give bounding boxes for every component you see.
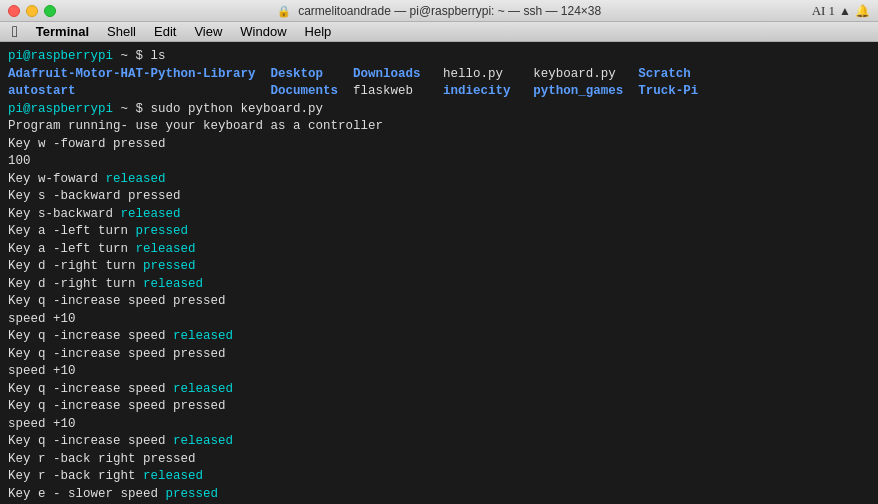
window-title: 🔒 carmelitoandrade — pi@raspberrypi: ~ —… [277,4,601,18]
terminal-line: Key d -right turn released [8,276,870,294]
titlebar: 🔒 carmelitoandrade — pi@raspberrypi: ~ —… [0,0,878,22]
terminal-line: Key w-foward released [8,171,870,189]
terminal-line: Key w -foward pressed [8,136,870,154]
terminal-line: speed +10 [8,416,870,434]
terminal-line: Key q -increase speed pressed [8,346,870,364]
terminal-line: pi@raspberrypi ~ $ ls [8,48,870,66]
apple-menu[interactable]:  [4,22,26,42]
terminal-line: speed +10 [8,311,870,329]
terminal-line: Key s-backward released [8,206,870,224]
terminal-line: pi@raspberrypi ~ $ sudo python keyboard.… [8,101,870,119]
maximize-button[interactable] [44,5,56,17]
menu-help[interactable]: Help [297,22,340,42]
terminal-line: Key d -right turn pressed [8,258,870,276]
terminal-output: pi@raspberrypi ~ $ ls Adafruit-Motor-HAT… [0,42,878,504]
terminal-line: speed +10 [8,363,870,381]
terminal-line: Key a -left turn released [8,241,870,259]
terminal-line: Key q -increase speed released [8,433,870,451]
close-button[interactable] [8,5,20,17]
terminal-line: Key r -back right released [8,468,870,486]
titlebar-right-icons: AI 1 ▲ 🔔 [812,3,870,19]
menu-shell[interactable]: Shell [99,22,144,42]
menu-terminal[interactable]: Terminal [28,22,97,42]
ai-icon: AI 1 [812,3,835,19]
terminal-line: Key q -increase speed released [8,328,870,346]
terminal-line: Key q -increase speed pressed [8,293,870,311]
menubar:  Terminal Shell Edit View Window Help [0,22,878,42]
wifi-icon: ▲ [839,4,851,18]
lock-icon: 🔒 [277,5,291,17]
terminal-line: Key q -increase speed released [8,381,870,399]
terminal-line: Adafruit-Motor-HAT-Python-Library Deskto… [8,66,870,84]
terminal-line: 100 [8,153,870,171]
terminal-line: autostart Documents flaskweb indiecity p… [8,83,870,101]
bell-icon: 🔔 [855,4,870,18]
menu-view[interactable]: View [186,22,230,42]
window-controls [8,5,56,17]
terminal-line: Key s -backward pressed [8,188,870,206]
minimize-button[interactable] [26,5,38,17]
menu-window[interactable]: Window [232,22,294,42]
terminal-line: Key e - slower speed pressed [8,486,870,504]
terminal-line: Key a -left turn pressed [8,223,870,241]
terminal-line: Program running- use your keyboard as a … [8,118,870,136]
terminal-line: Key q -increase speed pressed [8,398,870,416]
terminal-line: Key r -back right pressed [8,451,870,469]
menu-edit[interactable]: Edit [146,22,184,42]
